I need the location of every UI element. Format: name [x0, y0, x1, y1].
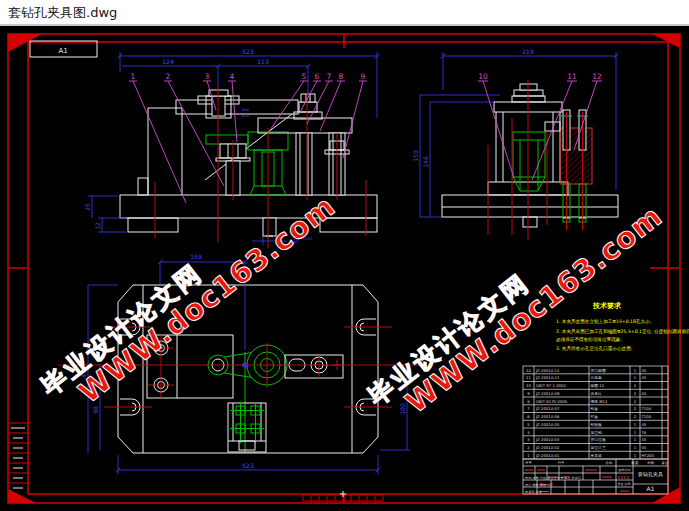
bom-header-no: 序号 — [525, 461, 532, 465]
svg-text:1: 1 — [634, 375, 637, 380]
dim-bush-inner: Φ25 — [242, 114, 249, 118]
balloon-3: 3 — [205, 72, 210, 81]
dim-front-left: 124 — [162, 58, 174, 65]
svg-text:钻套: 钻套 — [590, 406, 599, 411]
bom-header-material: 材料 — [647, 461, 655, 465]
balloon-9: 9 — [361, 72, 366, 81]
svg-text:定位销: 定位销 — [591, 430, 603, 435]
svg-text:HT200: HT200 — [642, 453, 655, 458]
tech-requirements: 技术要求 1. 本夹具使用在立钻上加工Φ15+0.18孔大小; 2. 本夹具采用… — [556, 301, 689, 352]
svg-text:2: 2 — [527, 445, 530, 450]
svg-text:JZ-2001A-12: JZ-2001A-12 — [535, 368, 560, 373]
dim-base-step: 12 — [94, 222, 101, 230]
dim-front-total: 523 — [242, 48, 254, 55]
bom-table: 12JZ-2001A-12开口垫圈145 11JZ-2001A-11分度盘145… — [523, 366, 668, 459]
dim-side-total: 219 — [522, 48, 534, 55]
svg-text:45: 45 — [642, 375, 647, 380]
window-titlebar: 套钻孔夹具图.dwg — [0, 0, 689, 26]
svg-text:2: 2 — [634, 414, 637, 419]
side-view: 219 150 146 10 11 12 — [412, 48, 619, 240]
bom-header-remark: 备注 — [662, 461, 669, 465]
svg-text:45: 45 — [642, 437, 647, 442]
svg-text:2: 2 — [634, 383, 637, 388]
tech-line-3: 3. 夹具所有小孔定位孔口需小心使用; — [556, 345, 633, 352]
revision-row-labels: 标记 处数 分区 更改文件号 签名 年月日 — [524, 476, 581, 480]
svg-text:45: 45 — [642, 445, 647, 450]
svg-text:2: 2 — [634, 391, 637, 396]
svg-text:12: 12 — [526, 368, 531, 373]
svg-text:45: 45 — [642, 368, 647, 373]
bom-header-name: 名称 — [606, 461, 613, 465]
format-box: A1 — [30, 41, 97, 57]
svg-text:1: 1 — [634, 453, 637, 458]
tech-line-2b: 必须保证不得有松动等位置现象; — [556, 336, 622, 343]
svg-text:JZ-2001A-03: JZ-2001A-03 — [535, 437, 560, 442]
svg-text:JZ-2001A-07: JZ-2001A-07 — [535, 406, 560, 411]
svg-text:1: 1 — [634, 437, 637, 442]
svg-text:T8: T8 — [641, 430, 647, 435]
svg-text:3: 3 — [527, 437, 530, 442]
balloon-1: 1 — [131, 72, 136, 81]
bom-header-code: 代号 — [558, 461, 565, 465]
centering-comb — [303, 491, 383, 501]
filename-label: 套钻孔夹具图.dwg — [0, 0, 689, 22]
svg-text:7: 7 — [527, 406, 530, 411]
svg-text:1: 1 — [634, 422, 637, 427]
svg-text:分度盘: 分度盘 — [591, 375, 603, 380]
plan-lower-unit — [228, 402, 266, 452]
svg-text:螺母 M12: 螺母 M12 — [591, 399, 608, 404]
dim-bush-outer: Φ40 — [242, 108, 249, 112]
svg-text:1: 1 — [634, 445, 637, 450]
svg-text:定位法兰: 定位法兰 — [591, 445, 606, 450]
scale-labels: 质量 比例 — [618, 482, 631, 486]
dim-base-height: 25 — [84, 203, 91, 211]
tech-title: 技术要求 — [592, 301, 622, 310]
svg-text:支承柱: 支承柱 — [591, 391, 603, 396]
svg-text:8: 8 — [527, 399, 530, 404]
svg-text:T10A: T10A — [641, 414, 652, 419]
svg-text:JZ-2001A-05: JZ-2001A-05 — [535, 422, 560, 427]
balloon-8: 8 — [339, 72, 344, 81]
svg-text:JZ-2001A-11: JZ-2001A-11 — [535, 375, 560, 380]
bom-header-qty: 数量 — [631, 461, 639, 465]
balloon-7: 7 — [327, 72, 332, 81]
svg-text:1: 1 — [634, 368, 637, 373]
balloon-11: 11 — [567, 72, 577, 81]
svg-text:1: 1 — [527, 453, 530, 458]
svg-text:钻模板: 钻模板 — [590, 422, 603, 427]
svg-text:GB/T 6170-2000: GB/T 6170-2000 — [536, 399, 568, 404]
svg-text:4: 4 — [527, 430, 530, 435]
svg-text:衬套: 衬套 — [590, 414, 599, 419]
svg-text:6: 6 — [527, 414, 530, 419]
drawing-name: 套钻孔夹具 — [638, 471, 663, 478]
svg-text:10: 10 — [526, 383, 531, 388]
drawing-canvas[interactable]: A1 Φ — [0, 27, 689, 511]
svg-text:2: 2 — [634, 406, 637, 411]
svg-text:1: 1 — [634, 430, 637, 435]
tech-line-1: 1. 本夹具使用在立钻上加工Φ15+0.18孔大小; — [556, 318, 652, 325]
svg-text:垫圈 12: 垫圈 12 — [591, 383, 605, 388]
balloon-5: 5 — [302, 72, 307, 81]
tech-line-2: 2. 本夹具采用已加工孔和端面Φ25.5+0.1定位, 分度钻削两对称孔时, — [556, 328, 689, 335]
stage-label: 阶段标记 — [619, 468, 631, 472]
dim-side-h1: 150 — [412, 150, 419, 162]
svg-text:9: 9 — [527, 391, 530, 396]
title-block: 序号 代号 名称 数量 材料 备注 标记 处数 分区 更改文件号 签名 年 — [523, 459, 669, 494]
svg-text:T10A: T10A — [641, 406, 652, 411]
svg-text:开口垫圈: 开口垫圈 — [591, 368, 606, 373]
balloon-12: 12 — [592, 72, 602, 81]
svg-text:5: 5 — [527, 422, 530, 427]
svg-text:JZ-2001A-09: JZ-2001A-09 — [535, 391, 560, 396]
signature-labels-1: 设计 校核 审核 工艺 — [525, 483, 554, 487]
dim-plan-bottom: 523 — [242, 462, 254, 469]
dim-side-h2: 146 — [422, 156, 429, 168]
svg-text:11: 11 — [526, 375, 531, 380]
balloon-10: 10 — [478, 72, 488, 81]
svg-text:45: 45 — [642, 422, 647, 427]
signature-labels-2: 标准化 批准 — [524, 490, 543, 494]
binding-strip — [8, 423, 28, 488]
svg-text:夹具体: 夹具体 — [591, 453, 603, 458]
svg-text:GB/T 97.1-2002: GB/T 97.1-2002 — [536, 383, 566, 388]
balloon-2: 2 — [166, 72, 171, 81]
svg-text:JZ-2001A-06: JZ-2001A-06 — [535, 414, 560, 419]
